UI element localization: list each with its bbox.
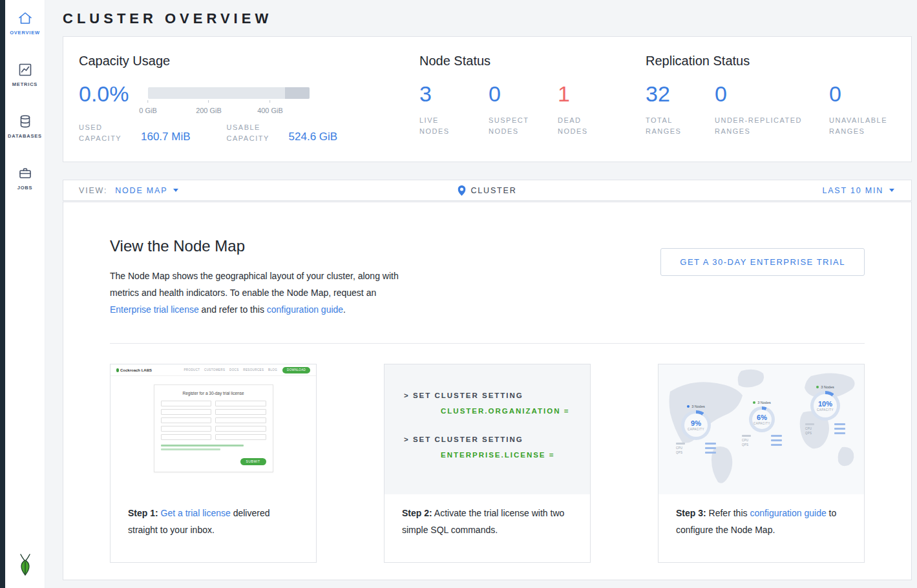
total-ranges-label: TOTAL RANGES [646, 115, 693, 137]
node-status-section: Node Status 3 LIVE NODES 0 SUSPECT NODES… [419, 54, 646, 162]
cluster-nodes-label: 3 Nodes [668, 404, 724, 408]
map-cluster-10: 3 Nodes 10% CAPACITY CPU [797, 385, 854, 436]
main-content: CLUSTER OVERVIEW Capacity Usage 0.0% 0 G… [45, 0, 917, 588]
live-nodes-stat: 3 LIVE NODES [419, 83, 489, 137]
home-icon [17, 10, 34, 26]
mini-form-fields [161, 401, 266, 440]
axis-tick: 400 GiB [257, 99, 283, 116]
axis-tick: 200 GiB [196, 99, 222, 116]
view-selector-value: NODE MAP [115, 186, 167, 195]
chevron-down-icon [173, 189, 178, 192]
database-icon [17, 114, 34, 129]
capacity-donut: 9% CAPACITY [681, 410, 711, 440]
description-text: and refer to this [199, 304, 267, 315]
node-map-title: View the Node Map [110, 237, 411, 255]
code-line: > SET CLUSTER SETTING [404, 435, 590, 444]
window-edge [0, 0, 5, 588]
view-selector-dropdown[interactable]: NODE MAP [115, 186, 178, 195]
under-replicated-ranges-value: 0 [715, 83, 829, 105]
cluster-label: CLUSTER [471, 186, 517, 195]
mini-download-button: DOWNLOAD [282, 367, 310, 373]
cluster-nodes-label: 3 Nodes [733, 401, 790, 404]
configuration-guide-link[interactable]: configuration guide [267, 304, 343, 315]
map-cluster-6: 3 Nodes 6% CAPACITY CPU [733, 401, 790, 447]
suspect-nodes-label: SUSPECT NODES [489, 115, 536, 137]
location-pin-icon [458, 185, 466, 196]
sidebar-item-databases[interactable]: DATABASES [5, 114, 45, 165]
cluster-stats: CPU QPS [742, 434, 782, 447]
get-trial-license-link[interactable]: Get a trial license [161, 508, 231, 518]
capacity-bar-tail [285, 87, 310, 99]
capacity-bar-chart: 0 GiB 200 GiB 400 GiB [148, 83, 310, 113]
metrics-icon [17, 62, 34, 78]
code-line: > SET CLUSTER SETTING [404, 391, 590, 400]
live-nodes-value: 3 [419, 83, 489, 105]
under-replicated-ranges-stat: 0 UNDER-REPLICATED RANGES [715, 83, 829, 137]
unavailable-ranges-label: UNAVAILABLE RANGES [829, 115, 901, 137]
briefcase-icon [17, 165, 34, 181]
cluster-stats: CPU QPS [805, 422, 845, 436]
node-status-title: Node Status [419, 54, 646, 68]
mini-form-title: Register for a 30-day trial license [161, 391, 266, 395]
replication-status-title: Replication Status [646, 54, 911, 68]
mini-submit-button: SUBMIT [240, 458, 266, 465]
used-capacity-stat: USED CAPACITY 160.7 MiB [79, 122, 191, 144]
enterprise-trial-button[interactable]: GET A 30-DAY ENTERPRISE TRIAL [660, 248, 865, 276]
page-title: CLUSTER OVERVIEW [63, 0, 912, 36]
step2-label: Step 2: [402, 508, 432, 518]
step1-label: Step 1: [128, 508, 158, 518]
locality-dot-icon [753, 401, 755, 404]
capacity-percent: 0.0% [79, 83, 148, 113]
mini-brand: Cockroach LABS [116, 368, 152, 372]
sidebar-item-overview[interactable]: OVERVIEW [5, 10, 45, 62]
unavailable-ranges-stat: 0 UNAVAILABLE RANGES [829, 83, 898, 137]
live-nodes-label: LIVE NODES [419, 115, 467, 137]
capacity-axis: 0 GiB 200 GiB 400 GiB [148, 99, 310, 113]
step1-card: Cockroach LABS PRODUCT CUSTOMERS DOCS RE… [110, 364, 317, 563]
sidebar-item-label: JOBS [17, 185, 33, 191]
section-divider [110, 343, 865, 344]
map-cluster-9: 3 Nodes 9% CAPACITY CPU [668, 404, 724, 455]
node-map-description: The Node Map shows the geographical layo… [110, 268, 411, 318]
cluster-stats: CPU QPS [676, 441, 716, 455]
cluster-breadcrumb: CLUSTER [458, 185, 517, 196]
cockroach-labs-logo[interactable] [16, 553, 34, 579]
cluster-summary-card: Capacity Usage 0.0% 0 GiB 200 GiB 400 Gi… [63, 36, 912, 162]
locality-dot-icon [687, 405, 690, 408]
used-capacity-value: 160.7 MiB [141, 131, 191, 144]
code-line: ENTERPRISE.LICENSE = [441, 450, 590, 459]
configuration-guide-link[interactable]: configuration guide [750, 508, 826, 518]
view-bar: VIEW: NODE MAP CLUSTER LAST 10 MIN [63, 180, 912, 201]
capacity-usage-section: Capacity Usage 0.0% 0 GiB 200 GiB 400 Gi… [79, 54, 419, 162]
dead-nodes-value: 1 [558, 83, 627, 105]
description-text: The Node Map shows the geographical layo… [110, 271, 399, 298]
time-range-value: LAST 10 MIN [822, 186, 883, 195]
mini-nav: PRODUCT CUSTOMERS DOCS RESOURCES BLOG [184, 368, 277, 372]
dead-nodes-label: DEAD NODES [558, 115, 606, 137]
cluster-nodes-label: 3 Nodes [797, 385, 854, 389]
suspect-nodes-stat: 0 SUSPECT NODES [489, 83, 558, 137]
enterprise-trial-license-link[interactable]: Enterprise trial license [110, 304, 199, 315]
capacity-bar [148, 87, 310, 99]
sidebar-item-metrics[interactable]: METRICS [5, 62, 45, 114]
usable-capacity-value: 524.6 GiB [289, 131, 338, 144]
sidebar-item-label: DATABASES [8, 133, 42, 139]
suspect-nodes-value: 0 [489, 83, 558, 105]
sidebar: OVERVIEW METRICS DATABASES [5, 0, 45, 588]
replication-status-section: Replication Status 32 TOTAL RANGES 0 UND… [646, 54, 911, 162]
node-map-panel: View the Node Map The Node Map shows the… [63, 202, 912, 580]
axis-tick: 0 GiB [139, 99, 157, 116]
used-capacity-label: USED CAPACITY [79, 122, 131, 144]
sidebar-item-label: OVERVIEW [10, 30, 40, 36]
time-range-dropdown[interactable]: LAST 10 MIN [822, 186, 894, 195]
mini-bug-icon [116, 368, 119, 372]
code-line: CLUSTER.ORGANIZATION = [441, 406, 590, 415]
sidebar-item-jobs[interactable]: JOBS [5, 165, 45, 217]
capacity-donut: 6% CAPACITY [749, 406, 775, 432]
step1-preview-image: Cockroach LABS PRODUCT CUSTOMERS DOCS RE… [111, 364, 316, 494]
sidebar-item-label: METRICS [12, 81, 37, 87]
description-text: . [343, 304, 346, 315]
step3-card: 3 Nodes 9% CAPACITY CPU [658, 364, 865, 563]
capacity-usage-title: Capacity Usage [79, 54, 419, 68]
node-map-intro: View the Node Map The Node Map shows the… [110, 237, 411, 318]
